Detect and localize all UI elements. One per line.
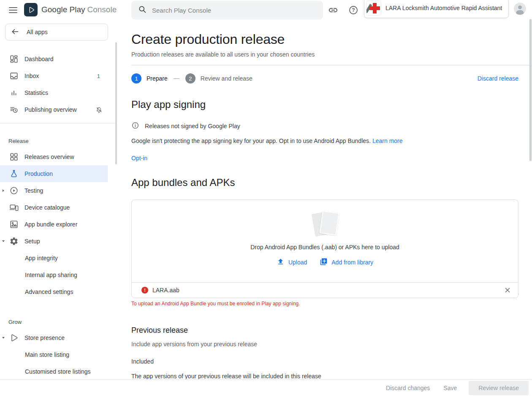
statistics-icon <box>9 88 19 97</box>
logo-text-primary: Google Play <box>41 5 85 14</box>
sidebar-item-label: Production <box>24 170 53 177</box>
upload-button[interactable]: Upload <box>277 258 307 267</box>
search-input[interactable] <box>152 7 316 14</box>
sidebar-item-label: App integrity <box>25 255 58 261</box>
app-selector[interactable]: LARA Locksmith Automotive Rapid Assistan… <box>364 0 509 18</box>
sidebar-item-publishing-overview[interactable]: Publishing overview <box>0 101 108 118</box>
sidebar-item-app-bundle-explorer[interactable]: App bundle explorer <box>0 216 108 233</box>
page-scrollbar[interactable] <box>529 19 532 161</box>
sidebar-item-label: Statistics <box>24 89 48 96</box>
sidebar-item-label: Device catalogue <box>24 204 70 211</box>
all-apps-button[interactable]: All apps <box>5 24 108 40</box>
chevron-down-icon[interactable] <box>1 239 5 243</box>
error-icon <box>141 287 148 294</box>
page-subtitle: Production releases are available to all… <box>131 51 518 58</box>
svg-text:?: ? <box>352 7 355 13</box>
main-content: Create production release Production rel… <box>117 20 532 379</box>
page-title: Create production release <box>131 32 518 47</box>
step-2-label: Review and release <box>201 75 252 82</box>
upload-error-message: To upload an Android App Bundle you must… <box>131 301 518 307</box>
drop-hint: Drop Android App Bundles (.aab) or APKs … <box>250 244 399 251</box>
add-from-library-label: Add from library <box>331 259 373 266</box>
sidebar-item-statistics[interactable]: Statistics <box>0 84 108 101</box>
drop-actions: Upload Add from library <box>277 258 373 267</box>
search-icon <box>138 5 147 15</box>
sidebar: All apps Dashboard Inbox 1 Statistics <box>0 20 117 379</box>
play-console-logo[interactable]: Google PlayConsole <box>24 3 117 16</box>
sidebar-item-production[interactable]: Production <box>0 165 108 182</box>
sidebar-nav: Dashboard Inbox 1 Statistics Publishing … <box>0 51 117 379</box>
bottom-action-bar: Discard changes Save Review release <box>0 379 532 396</box>
upload-icon <box>277 258 285 267</box>
sidebar-item-label: Main store listing <box>25 351 69 358</box>
sidebar-item-customised-store-listings[interactable]: Customised store listings <box>0 363 108 379</box>
store-presence-icon <box>9 333 19 342</box>
info-icon <box>131 121 139 131</box>
sidebar-item-label: Releases overview <box>24 154 74 160</box>
search-bar[interactable] <box>131 1 323 19</box>
setup-gear-icon <box>9 237 19 246</box>
discard-release-button[interactable]: Discard release <box>478 75 518 82</box>
arrow-back-icon <box>11 27 19 37</box>
signing-status-row: Releases not signed by Google Play <box>131 121 518 131</box>
sidebar-item-store-presence[interactable]: Store presence <box>0 329 108 346</box>
signing-description: Google isn't protecting the app signing … <box>131 137 518 144</box>
file-name: LARA.aab <box>152 287 179 294</box>
link-icon[interactable] <box>328 5 339 16</box>
stepper: 1 Prepare 2 Review and release Discard r… <box>131 73 518 84</box>
app-bundle-explorer-icon <box>9 220 19 229</box>
sidebar-item-label: Setup <box>24 238 40 245</box>
sidebar-item-label: Store presence <box>24 334 65 341</box>
play-console-logo-icon <box>24 3 38 16</box>
sidebar-section-grow: Grow <box>0 300 117 329</box>
header-divider <box>131 65 532 65</box>
save-button[interactable]: Save <box>437 385 464 391</box>
sidebar-item-label: Publishing overview <box>24 106 77 113</box>
help-icon[interactable]: ? <box>348 5 359 16</box>
previous-release-heading: Previous release <box>131 326 518 335</box>
library-add-icon <box>320 258 328 267</box>
production-icon <box>9 169 19 178</box>
sidebar-item-device-catalogue[interactable]: Device catalogue <box>0 199 108 216</box>
testing-icon <box>9 186 19 195</box>
step-connector <box>174 78 179 79</box>
sidebar-item-internal-app-sharing[interactable]: Internal app sharing <box>0 267 108 283</box>
sidebar-item-label: App bundle explorer <box>24 221 77 228</box>
sidebar-item-label: Testing <box>24 187 43 194</box>
sidebar-item-label: Internal app sharing <box>25 272 77 278</box>
all-apps-label: All apps <box>27 29 48 35</box>
sidebar-scrollbar[interactable] <box>115 42 117 164</box>
previous-release-subtitle: Include app versions from your previous … <box>131 341 518 348</box>
sidebar-item-label: Advanced settings <box>25 288 73 295</box>
sidebar-item-setup[interactable]: Setup <box>0 233 108 250</box>
included-description: The app versions of your previous releas… <box>131 373 518 379</box>
learn-more-link[interactable]: Learn more <box>372 137 403 144</box>
menu-icon[interactable] <box>8 5 19 16</box>
app-icon <box>366 0 381 16</box>
chevron-down-icon[interactable] <box>1 336 5 340</box>
sidebar-item-main-store-listing[interactable]: Main store listing <box>0 346 108 363</box>
opt-in-button[interactable]: Opt-in <box>131 155 147 162</box>
device-catalogue-icon <box>9 203 19 212</box>
sidebar-item-releases-overview[interactable]: Releases overview <box>0 148 108 165</box>
signing-status-text: Releases not signed by Google Play <box>145 123 240 129</box>
releases-overview-icon <box>9 152 19 162</box>
dropzone-inner: Drop Android App Bundles (.aab) or APKs … <box>132 200 518 282</box>
upload-button-label: Upload <box>288 259 307 266</box>
app-selector-name: LARA Locksmith Automotive Rapid Assistan… <box>385 5 502 11</box>
sidebar-item-advanced-settings[interactable]: Advanced settings <box>0 283 108 300</box>
upload-dropzone[interactable]: Drop Android App Bundles (.aab) or APKs … <box>131 199 518 298</box>
avatar[interactable] <box>514 3 526 15</box>
discard-changes-button[interactable]: Discard changes <box>379 385 437 391</box>
remove-file-button[interactable] <box>502 285 513 296</box>
publishing-overview-icon <box>9 105 19 114</box>
notifications-off-icon <box>95 106 103 113</box>
step-1-label: Prepare <box>147 75 168 82</box>
sidebar-item-dashboard[interactable]: Dashboard <box>0 51 108 67</box>
chevron-right-icon[interactable] <box>1 189 5 193</box>
add-from-library-button[interactable]: Add from library <box>320 258 373 267</box>
review-release-button[interactable]: Review release <box>469 381 529 395</box>
sidebar-item-app-integrity[interactable]: App integrity <box>0 250 108 267</box>
sidebar-item-inbox[interactable]: Inbox 1 <box>0 67 108 84</box>
sidebar-item-testing[interactable]: Testing <box>0 182 108 199</box>
